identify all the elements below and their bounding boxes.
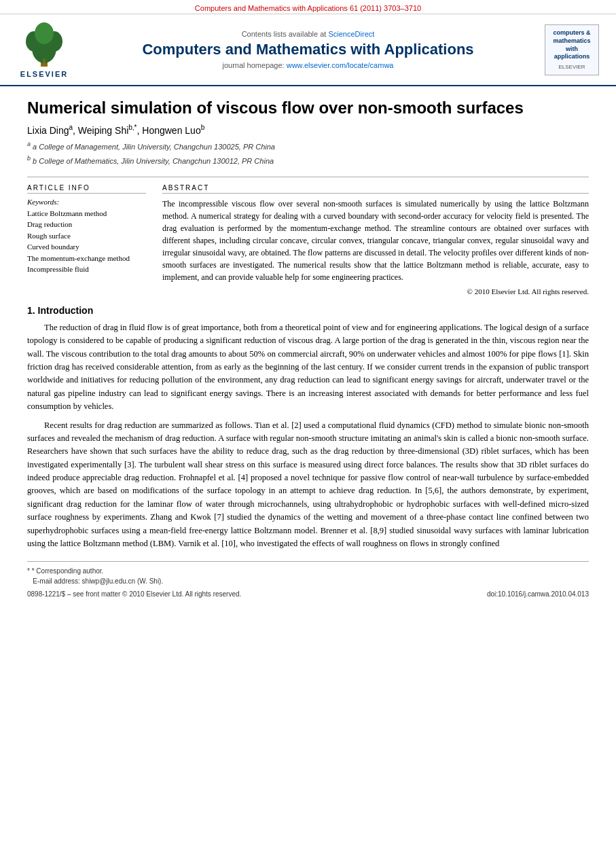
affiliation-a: a College of Management, Jilin Universit…	[33, 143, 275, 151]
journal-citation-bar: Computers and Mathematics with Applicati…	[0, 0, 616, 14]
article-info-col: ARTICLE INFO Keywords: Lattice Boltzmann…	[27, 184, 146, 296]
elsevier-label: ELSEVIER	[20, 70, 68, 78]
sciencedirect-line: Contents lists available at ScienceDirec…	[81, 30, 535, 38]
journal-title: Computers and Mathematics with Applicati…	[81, 41, 535, 58]
logo-publisher: ELSEVIER	[558, 64, 585, 70]
journal-homepage: journal homepage: www.elsevier.com/locat…	[81, 61, 535, 69]
affiliations: a a College of Management, Jilin Univers…	[27, 139, 589, 167]
article-info-abstract: ARTICLE INFO Keywords: Lattice Boltzmann…	[27, 177, 589, 296]
keyword-5: The momentum-exchange method	[27, 253, 146, 264]
keyword-3: Rough surface	[27, 230, 146, 242]
intro-paragraph-2: Recent results for drag reduction are su…	[27, 419, 589, 551]
abstract-text: The incompressible viscous flow over sev…	[162, 198, 589, 283]
intro-paragraph-1: The reduction of drag in fluid flow is o…	[27, 321, 589, 414]
article-info-heading: ARTICLE INFO	[27, 184, 146, 194]
email-note: E-mail address: shiwp@jlu.edu.cn (W. Shi…	[33, 577, 163, 585]
section-introduction-title: 1. Introduction	[27, 305, 589, 316]
keyword-4: Curved boundary	[27, 241, 146, 253]
doi-text: doi:10.1016/j.camwa.2010.04.013	[487, 590, 589, 598]
keyword-2: Drag reduction	[27, 219, 146, 230]
abstract-col: ABSTRACT The incompressible viscous flow…	[162, 184, 589, 296]
elsevier-logo: ELSEVIER	[14, 21, 75, 78]
keyword-6: Incompressible fluid	[27, 264, 146, 275]
email-footnote: E-mail address: shiwp@jlu.edu.cn (W. Shi…	[27, 576, 589, 586]
citation-text: Computers and Mathematics with Applicati…	[195, 4, 421, 12]
keyword-1: Lattice Boltzmann method	[27, 208, 146, 219]
star-footnote: * * Corresponding author.	[27, 566, 589, 576]
main-content: Numerical simulation of viscous flow ove…	[0, 86, 616, 610]
footer-area: * * Corresponding author. E-mail address…	[27, 561, 589, 598]
issn-text: 0898-1221/$ – see front matter © 2010 El…	[27, 590, 241, 598]
affiliation-b: b College of Mathematics, Jilin Universi…	[33, 156, 274, 164]
journal-logo-right: computers &mathematicswith applications …	[541, 24, 602, 75]
sciencedirect-link[interactable]: ScienceDirect	[328, 30, 374, 38]
star-note: * Corresponding author.	[32, 567, 104, 575]
keywords-label: Keywords:	[27, 198, 146, 206]
journal-center-header: Contents lists available at ScienceDirec…	[81, 30, 535, 69]
homepage-link[interactable]: www.elsevier.com/locate/camwa	[287, 61, 394, 69]
footer-bottom: 0898-1221/$ – see front matter © 2010 El…	[27, 590, 589, 598]
abstract-heading: ABSTRACT	[162, 184, 589, 194]
article-title: Numerical simulation of viscous flow ove…	[27, 99, 589, 118]
journal-logo-box: computers &mathematicswith applications …	[545, 24, 599, 75]
logo-text: computers &mathematicswith applications	[548, 29, 596, 61]
elsevier-tree-icon	[20, 21, 68, 69]
star-symbol: *	[27, 567, 30, 575]
journal-header: ELSEVIER Contents lists available at Sci…	[0, 14, 616, 86]
authors-line: Lixia Dinga, Weiping Shib,*, Hongwen Luo…	[27, 124, 589, 136]
svg-point-4	[35, 22, 54, 44]
copyright-line: © 2010 Elsevier Ltd. All rights reserved…	[162, 287, 589, 296]
